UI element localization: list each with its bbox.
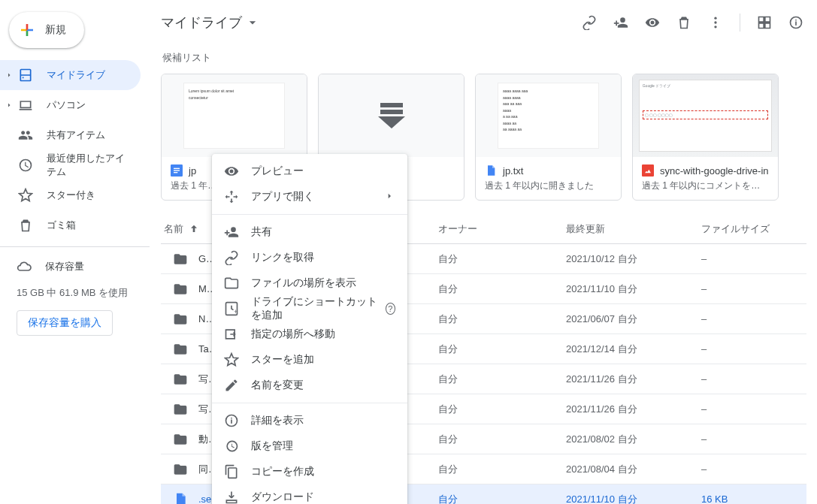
folder-icon: [173, 402, 188, 417]
nav-label: 共有アイテム: [47, 128, 105, 142]
file-icon: [173, 492, 188, 505]
ctx-history[interactable]: 版を管理: [212, 433, 407, 459]
get-link-button[interactable]: [574, 8, 604, 38]
cell-size: –: [701, 433, 806, 445]
nav-starred[interactable]: スター付き: [0, 180, 141, 210]
grid-view-button[interactable]: [749, 8, 779, 38]
cell-size: –: [701, 313, 806, 324]
cell-modified: 2021/06/07 自分: [566, 312, 701, 326]
ctx-copy[interactable]: コピーを作成: [212, 459, 407, 484]
ctx-move[interactable]: 指定の場所へ移動: [212, 321, 407, 347]
suggestion-card[interactable]: aaaa aaaa aaaaaaa aaaaaaa aa aaaaaaaa aa…: [475, 74, 622, 201]
sidebar: 新規 マイドライブ パソコン 共有アイテム 最近使用したアイテム: [0, 0, 150, 504]
cell-owner: 自分: [438, 343, 566, 356]
grid-icon: [757, 15, 772, 30]
new-button-label: 新規: [45, 23, 66, 37]
breadcrumb-label: マイドライブ: [161, 14, 242, 32]
chevron-right-icon: [383, 190, 395, 204]
folder-icon: [173, 372, 188, 387]
suggestions-label: 候補リスト: [162, 51, 806, 65]
cell-size: –: [701, 373, 806, 385]
cell-size: –: [701, 283, 806, 294]
star-icon: [224, 352, 239, 367]
arrow-up-icon: [188, 223, 200, 235]
plus-icon: [18, 21, 36, 39]
suggestion-card[interactable]: Google ドライブ▢ ▢▢ ▢▢▢▢ sync-with-google-dr…: [632, 74, 779, 201]
svg-text:+: +: [234, 308, 238, 315]
col-header-size[interactable]: ファイルサイズ: [701, 222, 806, 236]
context-menu: プレビューアプリで開く共有リンクを取得ファイルの場所を表示+ドライブにショートカ…: [212, 154, 407, 504]
cell-modified: 2021/11/10 自分: [566, 493, 701, 505]
svg-point-1: [714, 21, 716, 23]
cell-size: –: [701, 403, 806, 415]
folder-icon: [173, 312, 188, 327]
share-button[interactable]: [606, 8, 636, 38]
card-title: jp.txt: [503, 165, 523, 177]
folder-open-icon: [224, 276, 239, 291]
storage-usage: 15 GB 中 61.9 MB を使用: [17, 286, 138, 300]
ctx-eye[interactable]: プレビュー: [212, 158, 407, 184]
trash-icon: [676, 15, 691, 30]
more-button[interactable]: [701, 8, 731, 38]
docs-icon: [171, 164, 183, 177]
cell-modified: 2021/08/02 自分: [566, 433, 701, 446]
help-icon: ?: [386, 303, 396, 315]
folder-icon: [173, 252, 188, 267]
svg-point-2: [714, 26, 716, 28]
cell-modified: 2021/11/10 自分: [566, 282, 701, 296]
card-title: jp: [189, 165, 196, 177]
card-subtitle: 過去 1 年以内にコメントを追加し...: [642, 180, 769, 192]
ctx-folder-open[interactable]: ファイルの場所を表示: [212, 270, 407, 296]
copy-icon: [224, 464, 239, 479]
sidebar-nav: マイドライブ パソコン 共有アイテム 最近使用したアイテム スター付き: [0, 60, 150, 240]
cell-size: –: [701, 343, 806, 355]
cell-owner: 自分: [438, 312, 566, 326]
cell-owner: 自分: [438, 282, 566, 296]
nav-label: スター付き: [47, 189, 95, 202]
trash-button[interactable]: [669, 8, 699, 38]
cell-modified: 2021/10/12 自分: [566, 252, 701, 266]
more-vert-icon: [708, 15, 723, 30]
header-actions: [574, 8, 811, 38]
buy-storage-button[interactable]: 保存容量を購入: [17, 310, 113, 336]
ctx-rename[interactable]: 名前を変更: [212, 373, 407, 398]
nav-my-drive[interactable]: マイドライブ: [0, 60, 141, 90]
ctx-share[interactable]: 共有: [212, 219, 407, 245]
col-header-modified[interactable]: 最終更新: [566, 222, 701, 236]
nav-shared[interactable]: 共有アイテム: [0, 120, 141, 150]
folder-icon: [173, 432, 188, 447]
ctx-download[interactable]: ダウンロード: [212, 484, 407, 504]
history-icon: [224, 439, 239, 454]
card-thumbnail: Google ドライブ▢ ▢▢ ▢▢▢▢: [633, 74, 778, 157]
cell-size: –: [701, 253, 806, 264]
card-title: sync-with-google-drive-in-d...: [660, 165, 769, 177]
preview-button[interactable]: [637, 8, 667, 38]
folder-icon: [173, 342, 188, 357]
computer-icon: [18, 98, 33, 113]
nav-computers[interactable]: パソコン: [0, 90, 141, 120]
nav-storage[interactable]: 保存容量: [17, 259, 138, 274]
rename-icon: [224, 378, 239, 393]
image-icon: [642, 164, 654, 177]
svg-rect-5: [174, 168, 180, 169]
ctx-info[interactable]: 詳細を表示: [212, 408, 407, 433]
nav-recent[interactable]: 最近使用したアイテム: [0, 150, 141, 180]
nav-trash[interactable]: ゴミ箱: [0, 210, 141, 240]
star-icon: [18, 188, 33, 203]
ctx-shortcut[interactable]: +ドライブにショートカットを追加?: [212, 296, 407, 321]
ctx-open-with[interactable]: アプリで開く: [212, 184, 407, 210]
nav-label: マイドライブ: [47, 68, 105, 82]
breadcrumb[interactable]: マイドライブ: [161, 14, 260, 32]
new-button[interactable]: 新規: [9, 12, 84, 48]
details-button[interactable]: [781, 8, 811, 38]
cell-size: –: [701, 463, 806, 475]
card-thumbnail: [319, 74, 464, 157]
col-header-owner[interactable]: オーナー: [438, 222, 566, 236]
nav-label: ゴミ箱: [47, 219, 76, 232]
eye-icon: [224, 164, 239, 179]
cell-owner: 自分: [438, 373, 566, 386]
svg-rect-6: [174, 170, 180, 171]
card-subtitle: 過去 1 年以内に開きました: [485, 180, 612, 192]
ctx-link[interactable]: リンクを取得: [212, 245, 407, 270]
ctx-star[interactable]: スターを追加: [212, 347, 407, 373]
